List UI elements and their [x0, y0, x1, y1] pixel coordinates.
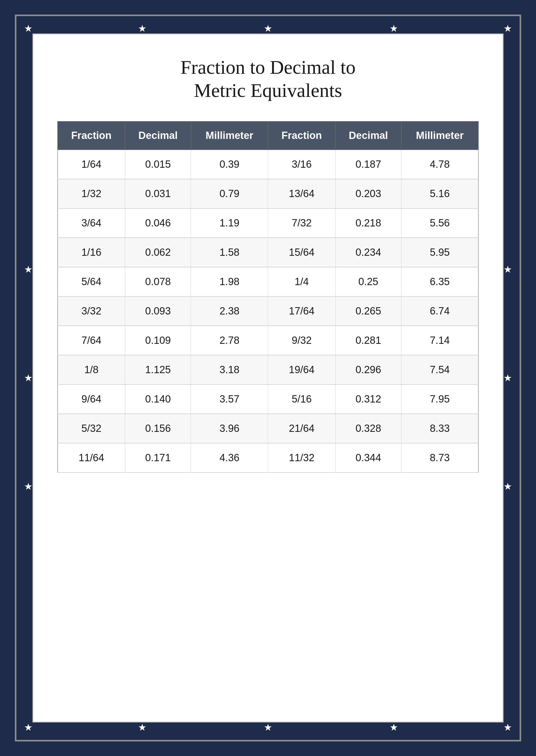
table-cell-7-3: 19/64: [268, 355, 335, 385]
star-top-right: ★: [503, 24, 512, 33]
table-cell-7-4: 0.296: [335, 355, 401, 385]
table-cell-1-5: 5.16: [401, 179, 478, 208]
table-row: 5/640.0781.981/40.256.35: [58, 267, 478, 297]
star-bottom-center: ★: [264, 723, 272, 732]
table-cell-2-0: 3/64: [58, 208, 125, 238]
star-bottom-right: ★: [503, 723, 512, 732]
table-cell-2-5: 5.56: [401, 208, 478, 238]
table-cell-10-2: 4.36: [191, 443, 268, 472]
table-row: 11/640.1714.3611/320.3448.73: [58, 443, 478, 472]
star-mid-left-upper: ★: [24, 265, 33, 274]
table-cell-1-4: 0.203: [335, 179, 401, 208]
table-cell-8-4: 0.312: [335, 385, 401, 414]
table-cell-1-2: 0.79: [191, 179, 268, 208]
table-cell-10-0: 11/64: [58, 443, 125, 472]
col-header-decimal2: Decimal: [335, 121, 401, 150]
table-cell-5-2: 2.38: [191, 297, 268, 326]
table-cell-0-3: 3/16: [268, 150, 335, 179]
table-cell-9-3: 21/64: [268, 414, 335, 443]
star-top-center-right: ★: [389, 24, 398, 33]
table-cell-6-0: 7/64: [58, 326, 125, 355]
table-cell-5-1: 0.093: [125, 297, 191, 326]
table-cell-9-1: 0.156: [125, 414, 191, 443]
table-cell-9-5: 8.33: [401, 414, 478, 443]
table-cell-5-4: 0.265: [335, 297, 401, 326]
table-cell-7-5: 7.54: [401, 355, 478, 385]
star-mid-left: ★: [24, 373, 33, 383]
table-cell-10-3: 11/32: [268, 443, 335, 472]
table-cell-0-2: 0.39: [191, 150, 268, 179]
star-mid-right-upper: ★: [503, 265, 512, 274]
table-row: 7/640.1092.789/320.2817.14: [58, 326, 478, 355]
table-cell-8-3: 5/16: [268, 385, 335, 414]
table-cell-6-4: 0.281: [335, 326, 401, 355]
table-cell-6-2: 2.78: [191, 326, 268, 355]
table-row: 1/640.0150.393/160.1874.78: [58, 150, 478, 179]
table-cell-1-3: 13/64: [268, 179, 335, 208]
table-cell-3-3: 15/64: [268, 238, 335, 267]
table-row: 1/160.0621.5815/640.2345.95: [58, 238, 478, 267]
table-cell-3-1: 0.062: [125, 238, 191, 267]
table-cell-10-5: 8.73: [401, 443, 478, 472]
star-top-left: ★: [24, 24, 33, 33]
table-cell-9-2: 3.96: [191, 414, 268, 443]
table-cell-4-3: 1/4: [268, 267, 335, 297]
conversion-table: Fraction Decimal Millimeter Fraction Dec…: [57, 121, 479, 473]
table-cell-4-4: 0.25: [335, 267, 401, 297]
table-cell-5-0: 3/32: [58, 297, 125, 326]
table-row: 5/320.1563.9621/640.3288.33: [58, 414, 478, 443]
table-cell-0-4: 0.187: [335, 150, 401, 179]
table-cell-0-0: 1/64: [58, 150, 125, 179]
table-cell-8-0: 9/64: [58, 385, 125, 414]
table-cell-6-5: 7.14: [401, 326, 478, 355]
table-row: 9/640.1403.575/160.3127.95: [58, 385, 478, 414]
table-cell-6-1: 0.109: [125, 326, 191, 355]
table-cell-7-2: 3.18: [191, 355, 268, 385]
table-cell-7-1: 1.125: [125, 355, 191, 385]
table-cell-6-3: 9/32: [268, 326, 335, 355]
table-cell-8-1: 0.140: [125, 385, 191, 414]
col-header-millimeter1: Millimeter: [191, 121, 268, 150]
table-body: 1/640.0150.393/160.1874.781/320.0310.791…: [58, 150, 478, 472]
table-cell-4-0: 5/64: [58, 267, 125, 297]
star-top-center-left: ★: [138, 24, 147, 33]
star-top-center: ★: [264, 24, 272, 33]
table-cell-10-4: 0.344: [335, 443, 401, 472]
table-cell-7-0: 1/8: [58, 355, 125, 385]
star-bottom-left: ★: [24, 723, 33, 732]
inner-card: Fraction to Decimal to Metric Equivalent…: [32, 33, 504, 723]
page-title: Fraction to Decimal to Metric Equivalent…: [181, 56, 355, 102]
col-header-fraction2: Fraction: [268, 121, 335, 150]
col-header-millimeter2: Millimeter: [401, 121, 478, 150]
table-cell-3-5: 5.95: [401, 238, 478, 267]
table-row: 3/640.0461.197/320.2185.56: [58, 208, 478, 238]
table-cell-9-4: 0.328: [335, 414, 401, 443]
table-cell-2-4: 0.218: [335, 208, 401, 238]
table-cell-1-0: 1/32: [58, 179, 125, 208]
star-mid-left-lower: ★: [24, 482, 33, 491]
table-row: 1/320.0310.7913/640.2035.16: [58, 179, 478, 208]
table-cell-3-4: 0.234: [335, 238, 401, 267]
table-cell-2-1: 0.046: [125, 208, 191, 238]
table-cell-4-5: 6.35: [401, 267, 478, 297]
table-cell-2-3: 7/32: [268, 208, 335, 238]
table-cell-5-5: 6.74: [401, 297, 478, 326]
table-cell-2-2: 1.19: [191, 208, 268, 238]
table-cell-3-2: 1.58: [191, 238, 268, 267]
table-cell-4-2: 1.98: [191, 267, 268, 297]
col-header-fraction1: Fraction: [58, 121, 125, 150]
star-mid-right-lower: ★: [503, 482, 512, 491]
table-row: 3/320.0932.3817/640.2656.74: [58, 297, 478, 326]
table-cell-5-3: 17/64: [268, 297, 335, 326]
table-cell-4-1: 0.078: [125, 267, 191, 297]
table-cell-1-1: 0.031: [125, 179, 191, 208]
table-header-row: Fraction Decimal Millimeter Fraction Dec…: [58, 121, 478, 150]
table-cell-3-0: 1/16: [58, 238, 125, 267]
table-cell-0-1: 0.015: [125, 150, 191, 179]
table-cell-10-1: 0.171: [125, 443, 191, 472]
star-bottom-center-left: ★: [138, 723, 147, 732]
table-cell-8-5: 7.95: [401, 385, 478, 414]
star-bottom-center-right: ★: [389, 723, 398, 732]
table-container: Fraction Decimal Millimeter Fraction Dec…: [57, 121, 479, 473]
outer-border: ★ ★ ★ ★ ★ ★ ★ ★ ★ ★ ★ ★ ★ ★ ★ ★ Fraction…: [15, 15, 521, 741]
